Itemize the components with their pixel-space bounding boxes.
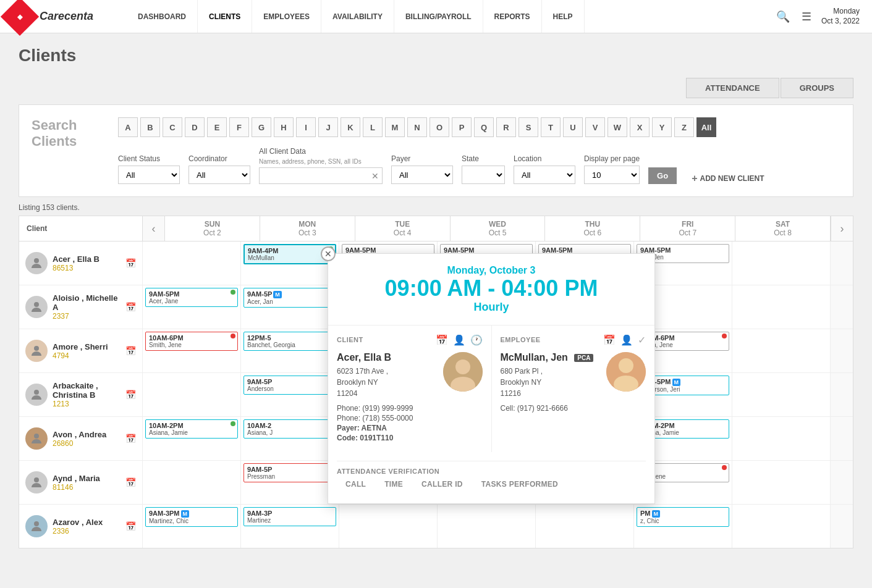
shift-block[interactable]: 9AM-5P Anderson — [243, 376, 336, 395]
shift-employee: McMullan — [248, 254, 332, 261]
client-status-select[interactable]: All — [118, 166, 180, 184]
person-icon[interactable]: 👤 — [620, 334, 633, 346]
nav-dashboard[interactable]: DASHBOARD — [127, 0, 198, 33]
alpha-m[interactable]: M — [385, 117, 405, 137]
alpha-y[interactable]: Y — [652, 117, 672, 137]
calendar-icon[interactable]: 📅 — [436, 334, 448, 346]
client-name[interactable]: Aloisio , Michelle A — [53, 293, 121, 312]
shift-block[interactable]: 9AM-5PM Acer, Jan — [243, 288, 336, 308]
person-icon[interactable]: 👤 — [453, 334, 465, 346]
alpha-e[interactable]: E — [207, 117, 227, 137]
cal-day-sat: SAT Oct 8 — [735, 216, 831, 241]
state-select[interactable] — [462, 166, 505, 184]
add-new-client-button[interactable]: + ADD NEW CLIENT — [685, 173, 764, 184]
alpha-h[interactable]: H — [274, 117, 294, 137]
alpha-x[interactable]: X — [630, 117, 650, 137]
calendar-next-button[interactable]: › — [831, 216, 853, 241]
search-icon[interactable]: 🔍 — [774, 8, 792, 25]
shift-block[interactable]: 10AM-2 Asiana, J — [243, 419, 336, 439]
calendar-icon[interactable]: 📅 — [125, 346, 136, 356]
client-name[interactable]: Arbackaite ,Christina B — [53, 381, 98, 400]
alpha-c[interactable]: C — [163, 117, 182, 137]
cal-day-wed: WED Oct 5 — [451, 216, 546, 241]
nav-billing[interactable]: BILLING/PAYROLL — [394, 0, 483, 33]
display-per-page-select[interactable]: 10 25 50 — [584, 166, 640, 184]
shift-time: 9AM-3P — [247, 510, 332, 517]
client-name[interactable]: Azarov , Alex — [53, 518, 103, 527]
client-name[interactable]: Avon , Andrea — [53, 430, 106, 439]
nav-clients[interactable]: CLIENTS — [198, 0, 252, 33]
client-photo — [443, 352, 483, 392]
alpha-r[interactable]: R — [496, 117, 516, 137]
top-navigation: ◆ Carecenta DASHBOARD CLIENTS EMPLOYEES … — [0, 0, 872, 33]
alpha-f[interactable]: F — [229, 117, 249, 137]
alpha-all[interactable]: All — [696, 117, 716, 137]
alpha-i[interactable]: I — [296, 117, 316, 137]
location-select[interactable]: All — [514, 166, 575, 184]
cal-day-wed-date: Oct 5 — [453, 229, 543, 237]
shift-block[interactable]: 9AM-3P Martinez — [243, 507, 336, 526]
nav-availability[interactable]: AVAILABILITY — [321, 0, 394, 33]
alpha-z[interactable]: Z — [674, 117, 694, 137]
calendar-icon[interactable]: 📅 — [125, 477, 136, 487]
clock-icon[interactable]: 🕐 — [470, 334, 483, 346]
alpha-l[interactable]: L — [363, 117, 383, 137]
day-cell-mon: 9AM-5PM Acer, Jan — [241, 285, 339, 329]
alpha-b[interactable]: B — [140, 117, 160, 137]
clear-input-icon[interactable]: ✕ — [371, 171, 379, 181]
day-cell-sun: 9AM-3PMM Martinez, Chic — [143, 505, 241, 548]
shift-block[interactable]: 9AM-5P Pressman — [243, 463, 336, 482]
alpha-w[interactable]: W — [607, 117, 627, 137]
logo-text: Carecenta — [40, 10, 93, 23]
alpha-d[interactable]: D — [185, 117, 205, 137]
alpha-j[interactable]: J — [318, 117, 338, 137]
nav-employees[interactable]: EMPLOYEES — [252, 0, 321, 33]
alpha-u[interactable]: U — [563, 117, 583, 137]
alpha-v[interactable]: V — [585, 117, 605, 137]
alpha-g[interactable]: G — [252, 117, 271, 137]
calendar-icon[interactable]: 📅 — [125, 302, 136, 312]
shift-block[interactable]: 9AM-5PM Acer, Jane — [145, 288, 238, 307]
alpha-t[interactable]: T — [541, 117, 561, 137]
client-name[interactable]: Amore , Sherri — [53, 342, 108, 351]
tab-attendance[interactable]: ATTENDANCE — [686, 78, 779, 98]
nav-reports[interactable]: REPORTS — [483, 0, 542, 33]
go-button[interactable]: Go — [648, 167, 677, 184]
alpha-n[interactable]: N — [407, 117, 427, 137]
popup-attendance-label: ATTENDANCE VERIFICATION — [337, 461, 646, 475]
all-client-data-input[interactable] — [259, 167, 383, 184]
alpha-a[interactable]: A — [118, 117, 138, 137]
client-name[interactable]: Aynd , Maria — [53, 474, 100, 483]
svg-point-3 — [34, 390, 39, 395]
alpha-o[interactable]: O — [430, 117, 449, 137]
calendar-icon[interactable]: 📅 — [125, 434, 136, 443]
logo[interactable]: ◆ Carecenta — [6, 3, 127, 30]
tab-groups[interactable]: GROUPS — [781, 78, 853, 98]
payer-select[interactable]: All — [391, 166, 453, 184]
shift-block[interactable]: 10AM-2PM Asiana, Jamie — [145, 419, 238, 439]
coordinator-select[interactable]: All — [188, 166, 250, 184]
add-new-label: ADD NEW CLIENT — [700, 174, 764, 183]
shift-block[interactable]: 12PM-5 Banchet, Georgia — [243, 332, 336, 351]
calendar-prev-button[interactable]: ‹ — [143, 216, 165, 241]
nav-help[interactable]: HELP — [542, 0, 585, 33]
shift-block[interactable]: PMM z, Chic — [637, 507, 729, 527]
calendar-icon[interactable]: 📅 — [125, 258, 136, 268]
calendar-icon[interactable]: 📅 — [603, 334, 616, 346]
day-cell-thu — [536, 505, 634, 548]
client-name[interactable]: Acer , Ella B — [53, 254, 99, 264]
alpha-s[interactable]: S — [519, 117, 538, 137]
check-icon[interactable]: ✓ — [638, 334, 646, 346]
shift-block[interactable]: 9AM-3PMM Martinez, Chic — [145, 507, 238, 527]
shift-block[interactable]: 10AM-6PM Smith, Jene — [145, 332, 238, 351]
menu-icon[interactable]: ☰ — [798, 8, 815, 25]
alpha-q[interactable]: Q — [474, 117, 494, 137]
popup-close-button[interactable]: ✕ — [321, 246, 336, 261]
calendar-icon[interactable]: 📅 — [125, 521, 136, 531]
popup-client-phone1: Phone: (919) 999-9999 — [337, 404, 483, 413]
alpha-k[interactable]: K — [341, 117, 360, 137]
calendar-icon[interactable]: 📅 — [125, 390, 136, 400]
svg-point-11 — [619, 358, 633, 373]
popup-header: Monday, October 3 09:00 AM - 04:00 PM Ho… — [328, 254, 654, 325]
alpha-p[interactable]: P — [452, 117, 472, 137]
